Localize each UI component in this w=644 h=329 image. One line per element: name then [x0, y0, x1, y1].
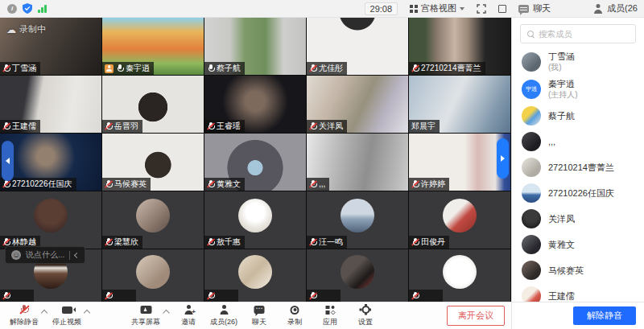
- video-tile[interactable]: [204, 249, 306, 302]
- search-input[interactable]: [539, 29, 629, 39]
- list-item[interactable]: 丁雪涵(我): [512, 48, 644, 76]
- next-page-button[interactable]: [497, 138, 509, 179]
- muted-mic-icon: [105, 291, 112, 300]
- apps-button[interactable]: 应用: [312, 302, 348, 329]
- members-panel: 丁雪涵(我) 宇逍 秦宇逍(主持人) 蔡子航 ,,, 27210214曹菁兰: [511, 18, 644, 302]
- chat-bubble-icon: [518, 5, 529, 13]
- list-item[interactable]: 马候赛英: [512, 257, 644, 283]
- list-item[interactable]: 27210226任国庆: [512, 180, 644, 206]
- chevron-left-icon: [6, 158, 10, 164]
- avatar: 宇逍: [522, 80, 541, 99]
- list-item[interactable]: 王建儒: [512, 283, 644, 302]
- muted-mic-icon: [207, 180, 214, 189]
- video-tile[interactable]: 许婷婷: [409, 134, 510, 191]
- video-options-chevron[interactable]: [84, 309, 90, 315]
- avatar: [522, 235, 541, 254]
- quick-chat-input[interactable]: ☺ 说点什么...: [5, 246, 85, 264]
- sidebar-unmute-button[interactable]: 解除静音: [573, 306, 636, 325]
- video-tile[interactable]: 田俊丹: [409, 191, 510, 249]
- settings-button[interactable]: 设置: [348, 302, 383, 329]
- muted-mic-icon: [207, 291, 214, 300]
- share-options-chevron[interactable]: [163, 309, 169, 315]
- list-item[interactable]: 27210214曹菁兰: [512, 154, 644, 180]
- video-tile[interactable]: ☁录制中 丁雪涵: [0, 18, 101, 75]
- list-item[interactable]: 蔡子航: [512, 103, 644, 129]
- video-tile[interactable]: ,,,: [307, 134, 408, 191]
- person-icon: [593, 4, 603, 14]
- leave-meeting-button[interactable]: 离开会议: [447, 306, 505, 326]
- video-tile[interactable]: 马候赛英: [102, 134, 204, 191]
- muted-mic-icon: [309, 291, 316, 300]
- fullscreen-icon[interactable]: [477, 4, 486, 14]
- invite-button[interactable]: + 邀请: [171, 302, 206, 329]
- share-screen-button[interactable]: 共享屏幕: [128, 302, 163, 329]
- chat-bubble-icon: [254, 306, 265, 314]
- emoji-icon[interactable]: ☺: [11, 250, 21, 260]
- video-tile[interactable]: 梁慧欣: [102, 191, 204, 249]
- share-screen-icon: [140, 306, 151, 314]
- video-tile[interactable]: 黄雅文: [204, 134, 306, 191]
- chat-toggle-button[interactable]: 聊天: [518, 2, 551, 14]
- chevron-right-icon: [501, 155, 505, 162]
- participant-name: 岳晋羽: [114, 121, 138, 132]
- prev-page-button[interactable]: [2, 141, 14, 181]
- video-tile[interactable]: 27210226任国庆: [0, 134, 101, 191]
- video-tile[interactable]: 27210214曹菁兰: [409, 18, 510, 75]
- video-tile[interactable]: [307, 249, 408, 302]
- muted-mic-icon: [309, 64, 316, 73]
- participant-name: 汪一鸣: [319, 236, 343, 248]
- members-toggle-label: 成员(26: [607, 2, 638, 14]
- video-tile[interactable]: 尤佳彤: [307, 18, 408, 75]
- video-tile[interactable]: 蔡子航: [204, 18, 306, 75]
- video-tile[interactable]: [102, 249, 204, 302]
- gear-icon: [361, 306, 369, 314]
- video-tile[interactable]: 敖千惠: [204, 191, 306, 249]
- avatar: [522, 261, 541, 280]
- collapse-chevron-icon[interactable]: [74, 252, 80, 257]
- video-tile[interactable]: [409, 249, 510, 302]
- participant-name: 王睿瑶: [217, 121, 241, 132]
- avatar: [522, 183, 541, 203]
- member-role: (我): [548, 62, 575, 72]
- participant-name: 秦宇逍: [126, 63, 150, 74]
- avatar: [522, 132, 541, 151]
- video-tile[interactable]: 林静越: [0, 191, 101, 249]
- host-icon: [105, 64, 114, 73]
- stop-video-button[interactable]: 停止视频: [49, 302, 85, 329]
- window-mode-icon[interactable]: [498, 5, 506, 13]
- divider: [69, 251, 70, 260]
- chat-button[interactable]: 聊天: [242, 302, 277, 329]
- participant-name: 黄雅文: [217, 179, 241, 190]
- view-switch-button[interactable]: 宫格视图: [410, 2, 464, 14]
- video-tile[interactable]: 岳晋羽: [102, 76, 204, 133]
- video-tile[interactable]: 秦宇逍: [102, 18, 204, 75]
- participant-name: 丁雪涵: [12, 63, 36, 74]
- top-bar: i 29:08 宫格视图 聊天 成员(26: [0, 0, 644, 18]
- members-toggle-button[interactable]: 成员(26: [593, 2, 638, 14]
- video-tile[interactable]: 郑晨宇: [409, 76, 510, 133]
- muted-mic-icon: [309, 122, 316, 131]
- participant-name: ,,,: [319, 179, 325, 190]
- participant-name: 关洋凤: [319, 121, 343, 132]
- video-tile[interactable]: 王建儒: [0, 76, 101, 133]
- list-item[interactable]: 黄雅文: [512, 232, 644, 257]
- invite-person-icon: +: [184, 305, 193, 315]
- record-button[interactable]: 录制: [277, 302, 312, 329]
- mic-icon: [207, 64, 214, 73]
- participant-name: 27210214曹菁兰: [421, 63, 481, 74]
- unmute-button[interactable]: 解除静音: [6, 302, 42, 329]
- video-tile[interactable]: 关洋凤: [307, 76, 408, 133]
- list-item[interactable]: 关洋凤: [512, 206, 644, 232]
- video-tile[interactable]: 王睿瑶: [204, 76, 306, 133]
- mic-options-chevron[interactable]: [41, 309, 47, 315]
- member-search-box[interactable]: [520, 24, 636, 43]
- muted-mic-icon: [2, 122, 10, 131]
- bottom-toolbar: 解除静音 停止视频 共享屏幕 + 邀请: [0, 302, 644, 329]
- list-item[interactable]: 宇逍 秦宇逍(主持人): [512, 76, 644, 103]
- muted-mic-icon: [309, 238, 316, 247]
- members-button[interactable]: 成员(26): [206, 302, 242, 329]
- muted-mic-icon: [411, 291, 419, 300]
- list-item[interactable]: ,,,: [512, 129, 644, 154]
- video-tile[interactable]: 汪一鸣: [307, 191, 408, 249]
- chevron-down-icon: [460, 7, 464, 10]
